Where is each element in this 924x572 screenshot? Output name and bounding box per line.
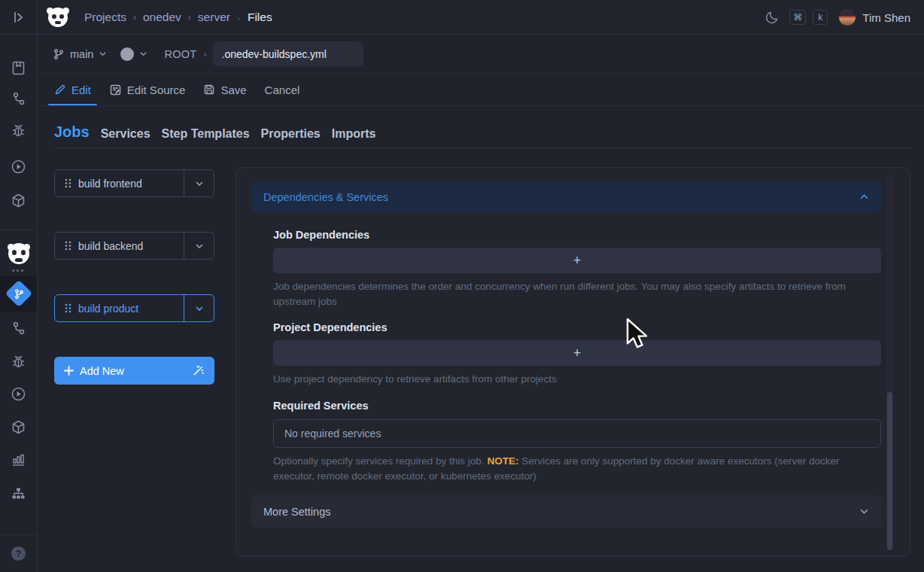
pencil-icon [54,84,66,96]
bug-icon [11,123,26,138]
job-dependencies-help: Job dependencies determines the order an… [273,279,881,309]
tab-imports[interactable]: Imports [332,127,376,141]
more-settings-section-header[interactable]: More Settings [251,495,881,528]
breadcrumb: Projects › onedev › server · Files [84,11,272,24]
breadcrumb-projects[interactable]: Projects [84,11,126,24]
chevron-down-icon [195,304,204,313]
dark-mode-moon-icon[interactable] [764,10,780,25]
job-name-label: build frontend [78,178,142,190]
required-services-input[interactable]: No required services [273,419,881,448]
drag-handle-icon[interactable] [65,241,71,251]
pull-request-icon [11,91,26,106]
collapse-sidebar-icon [11,10,26,25]
sidebar-item-project-issues[interactable] [0,352,37,370]
filename-input[interactable] [213,41,363,66]
path-root-link[interactable]: ROOT [164,48,196,60]
top-header: Projects › onedev › server · Files ⌘ k T… [38,0,924,35]
job-name-button[interactable]: build frontend [55,170,184,196]
chevron-down-icon [139,50,147,58]
help-text: Optionally specify services required by … [273,455,487,467]
drag-handle-icon[interactable] [65,178,71,188]
cancel-button[interactable]: Cancel [265,74,300,105]
add-project-dependency-button[interactable]: + [273,340,881,366]
job-name-button[interactable]: build product [55,295,184,321]
chevron-down-icon [859,507,869,516]
edit-tab-label: Edit [71,84,91,96]
pull-request-icon [11,321,26,336]
tab-properties[interactable]: Properties [261,127,321,141]
package-icon [11,193,26,208]
sidebar-divider [0,230,37,230]
shortcut-k-key[interactable]: k [813,10,828,25]
required-services-label: Required Services [273,400,369,412]
help-button[interactable]: ? [0,545,37,561]
job-dropdown-button[interactable] [184,170,214,196]
job-dropdown-button[interactable] [184,233,214,259]
add-new-job-button[interactable]: Add New [54,357,214,385]
job-item-build-product-selected: build product [54,294,214,322]
panel-scrollbar-thumb[interactable] [887,392,892,550]
path-separator-icon: › [204,49,207,59]
help-icon: ? [11,546,26,561]
job-name-label: build backend [78,240,143,252]
sidebar-item-stats[interactable] [0,450,37,468]
add-job-dependency-button[interactable]: + [273,248,881,273]
project-avatar[interactable] [0,242,37,265]
drag-handle-icon[interactable] [65,303,71,313]
breadcrumb-server[interactable]: server [198,11,230,24]
sidebar-item-issues[interactable] [0,121,37,139]
section-title: Dependencies & Services [263,191,388,203]
bug-icon [11,354,26,370]
edit-source-tab[interactable]: Edit Source [109,74,186,105]
panel-scrollbar-track[interactable] [886,175,893,549]
play-circle-icon [11,159,26,175]
user-avatar[interactable] [839,9,856,26]
edit-source-tab-label: Edit Source [127,84,186,96]
tab-jobs[interactable]: Jobs [54,123,90,141]
save-button[interactable]: Save [203,74,246,105]
save-button-label: Save [220,84,246,96]
job-dropdown-button[interactable] [184,295,214,321]
plus-icon: + [573,253,582,269]
tab-step-templates[interactable]: Step Templates [162,127,250,141]
icon-sidebar: ••• ? [0,0,38,572]
job-name-label: build product [78,303,138,315]
tab-services[interactable]: Services [101,127,150,141]
branch-selector[interactable]: main [53,48,107,60]
edit-tab[interactable]: Edit [54,74,91,105]
chevron-down-icon [99,50,107,58]
sidebar-item-packages[interactable] [0,191,37,209]
shortcut-cmd-key[interactable]: ⌘ [789,10,806,25]
sidebar-item-project-pull-requests[interactable] [0,319,37,337]
sidebar-item-docs[interactable] [0,59,37,77]
sidebar-item-builds[interactable] [0,157,37,175]
user-filter-selector[interactable] [120,47,147,61]
package-icon [11,419,26,435]
breadcrumb-separator-icon: › [188,12,191,23]
project-switcher-dots[interactable]: ••• [0,265,37,275]
user-circle-icon [120,47,134,61]
user-name[interactable]: Tim Shen [862,11,910,24]
chevron-up-icon [859,192,869,202]
job-item-build-backend: build backend [54,232,214,260]
collapse-sidebar-button[interactable] [0,8,37,27]
docs-icon [11,60,26,76]
dependencies-services-section-header[interactable]: Dependencies & Services [251,181,881,212]
save-icon [203,84,215,96]
breadcrumb-onedev[interactable]: onedev [143,11,181,24]
sidebar-item-code-active[interactable] [0,282,37,305]
hierarchy-icon [11,485,26,501]
path-breadcrumb: ROOT › [164,48,206,60]
job-detail-panel: Dependencies & Services Job Dependencies… [236,167,910,557]
branch-bar: main ROOT › [38,35,924,73]
onedev-logo-icon[interactable] [48,8,68,27]
edit-source-icon [109,84,122,96]
sidebar-item-project-builds[interactable] [0,385,37,403]
code-branch-icon [5,280,32,308]
job-name-button[interactable]: build backend [55,233,184,259]
sidebar-item-hierarchy[interactable] [0,484,37,502]
sidebar-item-project-packages[interactable] [0,418,37,436]
header-divider [0,34,924,35]
sidebar-item-pull-requests[interactable] [0,90,37,108]
chevron-down-icon [195,179,204,188]
